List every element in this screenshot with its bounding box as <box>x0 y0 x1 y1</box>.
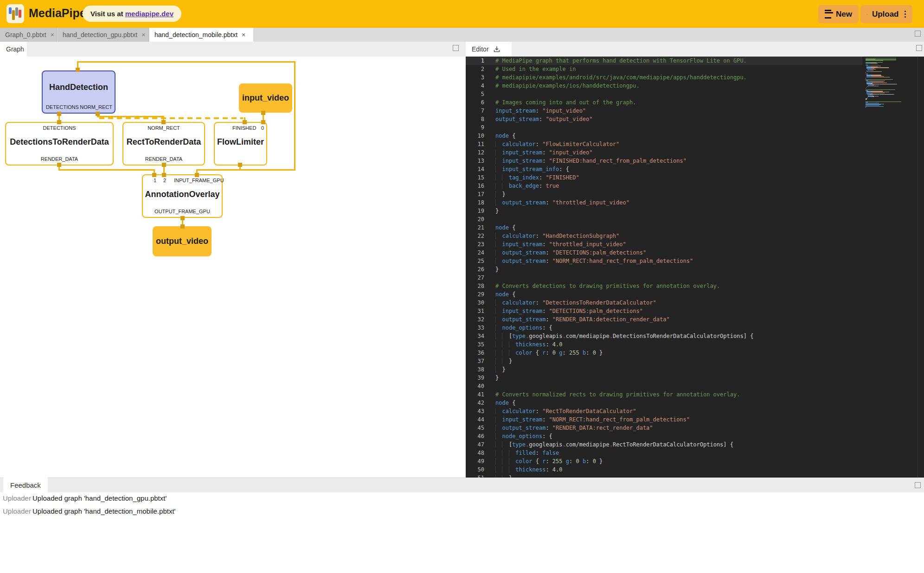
app-title: MediaPipe <box>29 6 86 20</box>
feedback-message: Uploaded graph 'hand_detection_gpu.pbtxt… <box>32 494 167 502</box>
app-header: MediaPipe Visit us at mediapipe.dev New … <box>0 0 924 28</box>
line-number: 19 <box>466 207 484 215</box>
code-line: 8output_stream: "output_video" <box>466 115 862 123</box>
line-number: 23 <box>466 240 484 248</box>
line-number: 15 <box>466 173 484 182</box>
feedback-strip <box>0 478 924 492</box>
node-hand-detection[interactable]: HandDetection DETECTIONS NORM_RECT <box>42 70 116 114</box>
close-icon[interactable]: × <box>141 31 145 38</box>
new-button-label: New <box>836 10 852 19</box>
line-number: 22 <box>466 232 484 240</box>
code-line: 2# Used in the example in <box>466 65 862 73</box>
logo-bar <box>9 7 12 14</box>
upload-button[interactable]: Upload <box>860 5 912 23</box>
line-number: 26 <box>466 265 484 274</box>
close-icon[interactable]: × <box>51 31 54 38</box>
feedback-message: Uploaded graph 'hand_detection_mobile.pb… <box>32 507 175 515</box>
port-label: 2 <box>163 178 166 183</box>
download-icon[interactable] <box>493 45 500 53</box>
tab-graph-0-pbtxt[interactable]: Graph_0.pbtxt × <box>0 28 57 42</box>
tab-hand-detection-gpu-pbtxt[interactable]: hand_detection_gpu.pbtxt × <box>58 28 149 42</box>
node-flow-limiter[interactable]: FINISHED 0 FlowLimiter <box>214 122 267 166</box>
code-line: 40 <box>466 382 862 390</box>
code-line: 44 input_stream: "NORM_RECT:hand_rect_fr… <box>466 415 862 424</box>
graph-canvas[interactable]: HandDetection DETECTIONS NORM_RECT input… <box>0 57 466 478</box>
code-line: 15 tag_index: "FINISHED" <box>466 173 862 182</box>
popout-window-icon[interactable] <box>915 31 921 37</box>
port <box>261 111 265 115</box>
code-line: 19} <box>466 207 862 215</box>
line-number: 28 <box>466 282 484 290</box>
edge-segment <box>58 169 155 171</box>
new-button[interactable]: New <box>818 5 859 23</box>
panel-header-strip <box>0 42 924 57</box>
code-line: 14 input_stream_info: { <box>466 165 862 173</box>
node-rect-to-render-data[interactable]: NORM_RECT RectToRenderData RENDER_DATA <box>122 122 205 166</box>
code-line: 39} <box>466 374 862 382</box>
logo-bar <box>19 10 21 18</box>
line-number: 9 <box>466 123 484 132</box>
line-number: 7 <box>466 107 484 115</box>
back-edge-dashed <box>99 117 243 119</box>
editor-popout-icon[interactable] <box>916 45 922 51</box>
tab-graph-panel[interactable]: Graph <box>0 42 27 57</box>
code-line: 4# mediapipie/examples/ios/handdetection… <box>466 82 862 90</box>
line-number: 12 <box>466 148 484 157</box>
code-line: 26} <box>466 265 862 274</box>
code-line: 6# Images coming into and out of the gra… <box>466 98 862 107</box>
line-number: 3 <box>466 73 484 82</box>
code-line: 11 calculator: "FlowLimiterCalculator" <box>466 140 862 148</box>
code-line: 45 output_stream: "RENDER_DATA:rect_rend… <box>466 424 862 432</box>
node-detections-to-render-data[interactable]: DETECTIONS DetectionsToRenderData RENDER… <box>5 122 114 166</box>
code-line: 23 input_stream: "throttled_input_video" <box>466 240 862 248</box>
code-editor[interactable]: 1# MediaPipe graph that performs hand de… <box>466 57 924 478</box>
node-input-video[interactable]: input_video <box>239 83 292 113</box>
port-label: RENDER_DATA <box>6 156 113 162</box>
tab-editor-panel[interactable]: Editor <box>466 42 512 57</box>
line-number: 1 <box>466 57 484 65</box>
node-title: RectToRenderData <box>123 137 204 147</box>
port-label: RENDER_DATA <box>123 156 204 162</box>
node-annotation-overlay[interactable]: 1 2 INPUT_FRAME_GPU AnnotationOverlay OU… <box>142 174 223 218</box>
mediapipe-dev-link[interactable]: mediapipe.dev <box>125 10 173 18</box>
port-label: DETECTIONS <box>46 104 79 110</box>
line-number: 25 <box>466 257 484 265</box>
feedback-popout-icon[interactable] <box>915 482 921 488</box>
line-number: 27 <box>466 274 484 282</box>
close-icon[interactable]: × <box>242 31 245 38</box>
kebab-menu-icon[interactable] <box>905 11 906 18</box>
code-line: 9 <box>466 123 862 132</box>
graph-tab-label: Graph <box>6 45 24 53</box>
visit-text: Visit us at <box>90 10 125 18</box>
code-line: 1# MediaPipe graph that performs hand de… <box>466 57 862 65</box>
edge-segment <box>294 61 295 171</box>
visit-pill: Visit us at mediapipe.dev <box>83 6 181 22</box>
graph-popout-icon[interactable] <box>453 45 459 51</box>
port-label: 0 <box>261 125 264 131</box>
node-title: DetectionsToRenderData <box>6 137 113 147</box>
upload-button-label: Upload <box>872 10 899 19</box>
edge-segment <box>196 169 241 171</box>
port <box>180 216 185 220</box>
code-line: 33 node_options: { <box>466 324 862 332</box>
line-number: 39 <box>466 374 484 382</box>
line-number: 35 <box>466 340 484 349</box>
line-number: 10 <box>466 132 484 140</box>
line-number: 13 <box>466 157 484 165</box>
node-title: FlowLimiter <box>215 137 266 147</box>
port-label: DETECTIONS <box>6 125 113 131</box>
tab-label: hand_detection_mobile.pbtxt <box>154 31 237 38</box>
tab-feedback[interactable]: Feedback <box>3 478 48 492</box>
port-label: NORM_RECT <box>80 104 112 110</box>
code-line: 51 } <box>466 474 862 478</box>
code-line: 41# Converts normalized rects to drawing… <box>466 390 862 399</box>
tab-hand-detection-mobile-pbtxt[interactable]: hand_detection_mobile.pbtxt × <box>149 28 253 42</box>
line-number: 41 <box>466 390 484 399</box>
line-number: 8 <box>466 115 484 123</box>
code-line: 29node { <box>466 290 862 299</box>
node-title: input_video <box>242 93 289 103</box>
node-output-video[interactable]: output_video <box>153 226 212 256</box>
line-number: 17 <box>466 190 484 198</box>
code-line: 21node { <box>466 223 862 232</box>
line-number: 38 <box>466 365 484 374</box>
